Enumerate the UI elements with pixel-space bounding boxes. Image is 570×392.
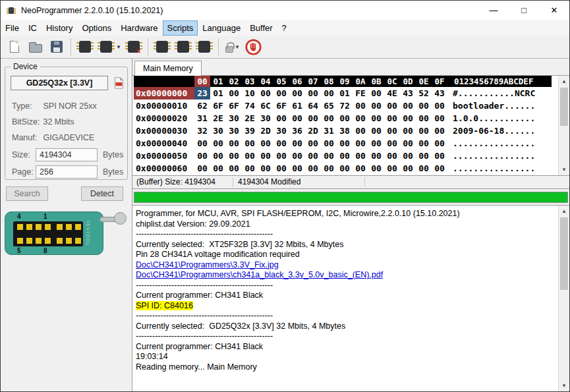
maximize-button[interactable]: □ (509, 1, 539, 20)
hex-byte-cell[interactable]: 31 (321, 125, 337, 137)
verify-chip-button[interactable] (173, 37, 194, 57)
minimize-button[interactable]: — (478, 1, 509, 20)
hex-byte-cell[interactable]: 00 (368, 125, 384, 137)
hex-byte-cell[interactable]: 00 (368, 112, 384, 125)
hex-byte-cell[interactable]: 00 (416, 125, 432, 137)
hex-byte-cell[interactable]: 00 (432, 99, 447, 112)
hex-byte-cell[interactable]: 00 (305, 87, 321, 99)
hex-byte-cell[interactable]: 00 (416, 150, 432, 162)
hex-byte-cell[interactable]: 01 (337, 87, 353, 99)
hex-byte-cell[interactable]: 00 (321, 137, 337, 150)
hex-byte-cell[interactable]: 00 (416, 99, 432, 112)
scrollbar-thumb[interactable] (560, 88, 568, 126)
hex-ascii-cell[interactable]: ................ (453, 137, 552, 150)
scrollbar-thumb[interactable] (560, 217, 568, 290)
hex-byte-cell[interactable]: 00 (321, 87, 337, 99)
menu-scripts[interactable]: Scripts (163, 20, 198, 36)
stop-button[interactable] (243, 37, 264, 57)
scroll-down-icon[interactable]: ▼ (559, 380, 569, 391)
detect-button[interactable]: Detect (81, 186, 123, 201)
hex-byte-cell[interactable]: 00 (289, 87, 305, 99)
hex-byte-cell[interactable]: 00 (416, 137, 432, 150)
hex-byte-cell[interactable]: 2E (210, 112, 226, 125)
hex-ascii-cell[interactable]: #...........NCRC (453, 87, 552, 99)
hex-byte-cell[interactable]: 00 (353, 150, 368, 162)
hex-byte-cell[interactable]: 52 (416, 87, 432, 99)
hex-byte-cell[interactable]: 00 (210, 162, 226, 175)
hex-byte-cell[interactable]: 00 (368, 162, 384, 175)
hex-byte-cell[interactable]: 00 (194, 137, 210, 150)
hex-byte-cell[interactable]: 00 (273, 87, 289, 99)
hex-byte-cell[interactable]: 00 (432, 125, 447, 137)
hex-byte-cell[interactable]: 00 (337, 112, 353, 125)
hex-ascii-cell[interactable]: 2009-06-18...... (453, 125, 552, 137)
menu-help[interactable]: ? (277, 20, 291, 36)
hex-byte-cell[interactable]: 00 (400, 150, 416, 162)
hex-byte-cell[interactable]: 00 (305, 137, 321, 150)
new-file-button[interactable] (4, 37, 25, 57)
hex-byte-cell[interactable]: 00 (321, 162, 337, 175)
hex-byte-cell[interactable]: 00 (305, 162, 321, 175)
hex-byte-cell[interactable]: 00 (368, 137, 384, 150)
hex-byte-cell[interactable]: 39 (242, 125, 258, 137)
write-chip-button[interactable] (152, 37, 173, 57)
hex-byte-cell[interactable]: 00 (305, 150, 321, 162)
hex-byte-cell[interactable]: 00 (210, 137, 226, 150)
menu-ic[interactable]: IC (24, 20, 42, 36)
close-button[interactable]: ✕ (539, 1, 569, 20)
blank-check-button[interactable] (194, 37, 215, 57)
hex-byte-cell[interactable]: 2D (258, 125, 273, 137)
scroll-up-icon[interactable]: ▲ (559, 206, 569, 217)
hex-byte-cell[interactable]: 00 (384, 112, 400, 125)
hex-byte-cell[interactable]: 30 (273, 125, 289, 137)
hex-byte-cell[interactable]: 00 (416, 112, 432, 125)
hex-byte-cell[interactable]: 00 (258, 162, 273, 175)
hex-byte-cell[interactable]: 6C (258, 99, 273, 112)
hex-byte-cell[interactable]: 00 (258, 150, 273, 162)
hex-byte-cell[interactable]: 00 (321, 112, 337, 125)
hex-byte-cell[interactable]: 36 (289, 125, 305, 137)
hex-byte-cell[interactable]: 00 (289, 112, 305, 125)
hex-byte-cell[interactable]: 10 (242, 87, 258, 99)
hex-byte-cell[interactable]: 00 (242, 150, 258, 162)
read-chip-menu-button[interactable]: ▼ (96, 37, 123, 57)
hex-byte-cell[interactable]: 38 (337, 125, 353, 137)
hex-byte-cell[interactable]: 00 (368, 150, 384, 162)
pdf-datasheet-button[interactable] (111, 76, 126, 90)
hex-byte-cell[interactable]: 62 (194, 99, 210, 112)
hex-byte-cell[interactable]: 00 (400, 99, 416, 112)
log-link[interactable]: Doc\CH341\Programmers\ch341a_black_3.3v_… (136, 270, 383, 279)
hex-byte-cell[interactable]: 00 (353, 112, 368, 125)
hex-byte-cell[interactable]: 00 (384, 99, 400, 112)
hex-byte-cell[interactable]: 00 (273, 162, 289, 175)
menu-options[interactable]: Options (77, 20, 116, 36)
unlock-button[interactable]: ▼ (222, 37, 243, 57)
hex-byte-cell[interactable]: 43 (432, 87, 447, 99)
hex-byte-cell[interactable]: 00 (194, 150, 210, 162)
menu-hardware[interactable]: Hardware (116, 20, 162, 36)
search-button[interactable]: Search (6, 186, 48, 201)
hex-byte-cell[interactable]: 00 (400, 162, 416, 175)
hex-byte-cell[interactable]: 00 (368, 87, 384, 99)
hex-byte-cell[interactable]: 6F (210, 99, 226, 112)
hex-byte-cell[interactable]: 00 (432, 150, 447, 162)
hex-byte-cell[interactable]: 00 (353, 99, 368, 112)
tab-main-memory[interactable]: Main Memory (134, 61, 202, 76)
hex-byte-cell[interactable]: 00 (353, 137, 368, 150)
hex-byte-cell[interactable]: 00 (273, 112, 289, 125)
hex-byte-cell[interactable]: 00 (400, 125, 416, 137)
hex-byte-cell[interactable]: 23 (194, 87, 210, 99)
hex-byte-cell[interactable]: 00 (353, 125, 368, 137)
hex-ascii-cell[interactable]: ................ (453, 150, 552, 162)
menu-buffer[interactable]: Buffer (245, 20, 277, 36)
hex-byte-cell[interactable]: 00 (226, 137, 242, 150)
hex-byte-cell[interactable]: 00 (337, 150, 353, 162)
hex-byte-cell[interactable]: 30 (226, 112, 242, 125)
hex-byte-cell[interactable]: 30 (210, 125, 226, 137)
log-link[interactable]: Doc\CH341\Programmers\3.3V_Fix.jpg (136, 260, 279, 269)
hex-byte-cell[interactable]: 00 (400, 137, 416, 150)
menu-history[interactable]: History (42, 20, 77, 36)
hex-byte-cell[interactable]: 43 (400, 87, 416, 99)
size-input[interactable] (36, 148, 98, 161)
hex-byte-cell[interactable]: FE (353, 87, 368, 99)
